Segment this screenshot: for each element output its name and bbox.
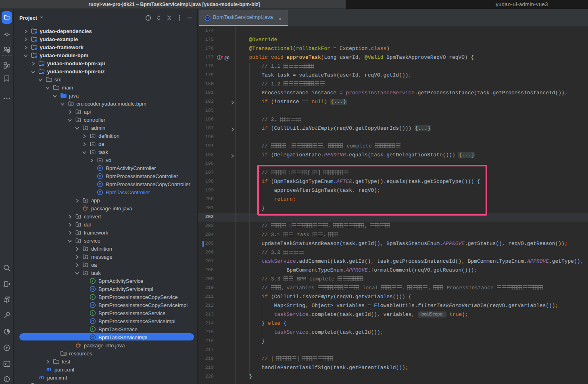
svg-text:C: C xyxy=(206,16,209,20)
svg-text:I: I xyxy=(92,295,93,299)
svg-text:I: I xyxy=(219,56,220,60)
svg-text:C: C xyxy=(92,287,94,291)
svg-text:I: I xyxy=(92,327,93,331)
svg-text:C: C xyxy=(92,335,94,339)
svg-text:m: m xyxy=(39,374,44,380)
svg-text:m: m xyxy=(46,366,51,372)
svg-text:@: @ xyxy=(224,55,230,61)
svg-text:C: C xyxy=(92,319,94,323)
svg-text:C: C xyxy=(99,174,102,178)
svg-text:C: C xyxy=(99,190,102,194)
svg-text:I: I xyxy=(92,279,93,283)
svg-text:C: C xyxy=(99,182,102,186)
svg-text:I: I xyxy=(92,311,93,315)
svg-text:?: ? xyxy=(7,49,9,53)
svg-text:C: C xyxy=(99,166,102,170)
svg-text:C: C xyxy=(92,303,94,307)
